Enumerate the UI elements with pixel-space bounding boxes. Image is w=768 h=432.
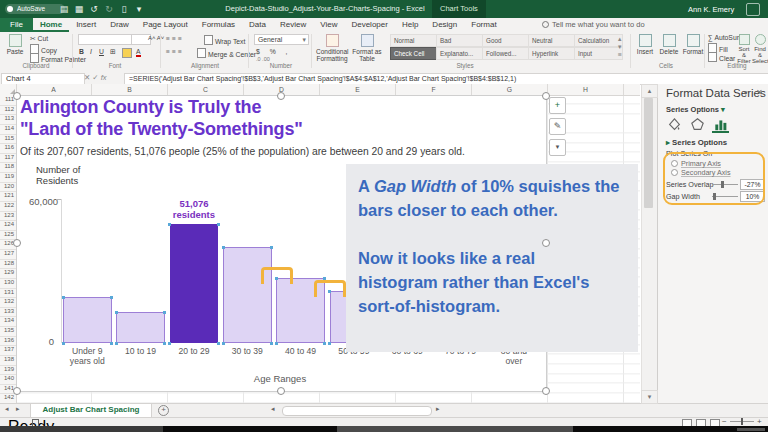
cells-insert-button[interactable]: Insert: [634, 34, 656, 55]
tell-me-search[interactable]: Tell me what you want to do: [542, 20, 645, 29]
font-name-box[interactable]: [78, 34, 133, 45]
cell-style-calculation[interactable]: Calculation: [574, 34, 623, 47]
grow-shrink-font-buttons[interactable]: A˄ A˅: [148, 35, 164, 41]
save-icon[interactable]: ▤: [58, 3, 70, 15]
ribbon-tab-design[interactable]: Design: [425, 18, 464, 32]
series-options-dropdown[interactable]: Series Options ▾: [666, 105, 725, 114]
fill-color-button[interactable]: [122, 48, 132, 58]
customize-qat-icon[interactable]: ▾: [133, 3, 145, 15]
chart-title-line1[interactable]: Arlington County is Truly the: [20, 97, 261, 118]
number-format-buttons[interactable]: $ % ,: [256, 48, 292, 55]
ribbon-tab-format[interactable]: Format: [464, 18, 503, 32]
ribbon-tab-file[interactable]: File: [0, 18, 33, 32]
sort-filter-button[interactable]: Sort &Filter: [736, 34, 752, 64]
cell-style-hyperlink[interactable]: Hyperlink: [528, 47, 577, 60]
column-header-H[interactable]: H: [548, 84, 624, 95]
pane-options-icon[interactable]: ▾: [744, 89, 748, 97]
cell-style-bad[interactable]: Bad: [436, 34, 485, 47]
ribbon-tab-developer[interactable]: Developer: [344, 18, 394, 32]
effects-tab[interactable]: [689, 117, 706, 133]
hscroll-right-arrow[interactable]: ▸: [436, 405, 440, 413]
chart-subtitle[interactable]: Of its 207,607 residents, 51,076 people …: [20, 146, 465, 157]
chart-styles-button[interactable]: ✎: [549, 118, 566, 135]
cell-style-explanato-[interactable]: Explanato...: [436, 47, 485, 60]
paste-button[interactable]: Paste: [4, 34, 26, 55]
wrap-text-button[interactable]: Wrap Text: [204, 35, 245, 45]
zoom-slider-thumb[interactable]: [741, 418, 743, 425]
autosave-toggle[interactable]: AutoSave: [5, 4, 65, 14]
column-header-F[interactable]: F: [396, 84, 472, 95]
borders-button[interactable]: ⊞: [110, 48, 116, 56]
column-header-B[interactable]: B: [92, 84, 168, 95]
account-icon[interactable]: [746, 3, 760, 16]
number-format-select[interactable]: General▾: [254, 34, 309, 45]
format-as-table-button[interactable]: Format asTable: [352, 34, 382, 62]
clear-button[interactable]: Clear: [708, 52, 735, 62]
find-select-button[interactable]: Find &Select: [752, 34, 768, 64]
user-name[interactable]: Ann K. Emery: [688, 5, 734, 14]
ribbon-tab-formulas[interactable]: Formulas: [195, 18, 242, 32]
chart-bar-3[interactable]: [170, 224, 219, 343]
gallery-scroll-buttons[interactable]: ▴▾≡: [618, 35, 622, 59]
chart-resize-handle[interactable]: [13, 239, 21, 247]
document-icon[interactable]: ▯: [118, 3, 130, 15]
chart-bar-5[interactable]: [276, 278, 325, 343]
conditional-formatting-button[interactable]: ConditionalFormatting: [316, 34, 348, 62]
italic-button[interactable]: I: [90, 48, 92, 55]
underline-button[interactable]: U: [99, 48, 104, 55]
chart-filters-button[interactable]: ▼: [549, 139, 566, 156]
prev-sheet-arrow[interactable]: ◂: [5, 405, 9, 413]
redo-icon[interactable]: ↻: [103, 3, 115, 15]
ribbon-tab-review[interactable]: Review: [273, 18, 313, 32]
pane-close-icon[interactable]: ✕: [756, 88, 763, 97]
cell-style-normal[interactable]: Normal: [390, 34, 439, 47]
series-options-tab[interactable]: [712, 117, 729, 133]
chart-resize-handle[interactable]: [13, 92, 21, 100]
ribbon-tab-view[interactable]: View: [313, 18, 344, 32]
formula-buttons[interactable]: ✕ ✓ fx: [84, 73, 107, 82]
ribbon-tab-data[interactable]: Data: [242, 18, 273, 32]
scroll-down-arrow[interactable]: ▾: [641, 390, 658, 404]
chart-bar-1[interactable]: [63, 297, 112, 343]
ribbon-tab-draw[interactable]: Draw: [103, 18, 136, 32]
cells-format-button[interactable]: Format: [682, 34, 704, 55]
chart-title-line2[interactable]: "Land of the Twenty-Somethings": [20, 119, 303, 140]
chart-resize-handle[interactable]: [542, 239, 550, 247]
chart-bar-4[interactable]: [223, 247, 272, 343]
scroll-up-arrow[interactable]: ▴: [641, 84, 658, 98]
cell-style-neutral[interactable]: Neutral: [528, 34, 577, 47]
vertical-align-buttons[interactable]: ≡≡≡: [166, 35, 184, 42]
book-icon[interactable]: ▦: [73, 3, 85, 15]
hscroll-left-arrow[interactable]: ◂: [271, 405, 275, 413]
y-axis-title[interactable]: Number ofResidents: [36, 164, 80, 186]
vertical-scroll-thumb[interactable]: [644, 98, 653, 208]
ribbon-tab-page-layout[interactable]: Page Layout: [136, 18, 195, 32]
horizontal-align-buttons[interactable]: ≡≡≡: [166, 48, 184, 55]
zoom-in-button[interactable]: +: [757, 417, 762, 426]
column-header-E[interactable]: E: [320, 84, 396, 95]
ribbon-tab-insert[interactable]: Insert: [69, 18, 103, 32]
cell-style-input[interactable]: Input: [574, 47, 623, 60]
chart-resize-handle[interactable]: [277, 387, 285, 395]
next-sheet-arrow[interactable]: ▸: [16, 405, 20, 413]
font-color-button[interactable]: A: [136, 48, 141, 57]
cell-style-good[interactable]: Good: [482, 34, 531, 47]
annotation-textbox[interactable]: A Gap Width of 10% squishes the bars clo…: [346, 164, 638, 352]
cell-style-followed-[interactable]: Followed...: [482, 47, 531, 60]
horizontal-scroll-thumb[interactable]: [282, 406, 432, 416]
chart-bar-2[interactable]: [116, 312, 165, 343]
series-options-section-header[interactable]: ▸ Series Options: [666, 138, 727, 147]
chart-elements-button[interactable]: +: [549, 97, 566, 114]
zoom-out-button[interactable]: −: [722, 417, 727, 426]
cell-style-check-cell[interactable]: Check Cell: [390, 47, 439, 60]
undo-icon[interactable]: ↺: [88, 3, 100, 15]
chart-resize-handle[interactable]: [277, 92, 285, 100]
chart-resize-handle[interactable]: [542, 387, 550, 395]
ribbon-tab-home[interactable]: Home: [33, 18, 69, 32]
column-header-C[interactable]: C: [168, 84, 244, 95]
cells-delete-button[interactable]: Delete: [658, 34, 680, 55]
bold-button[interactable]: B: [79, 48, 84, 55]
column-header-G[interactable]: G: [472, 84, 548, 95]
chart-resize-handle[interactable]: [13, 387, 21, 395]
x-axis-title[interactable]: Age Ranges: [180, 373, 380, 384]
